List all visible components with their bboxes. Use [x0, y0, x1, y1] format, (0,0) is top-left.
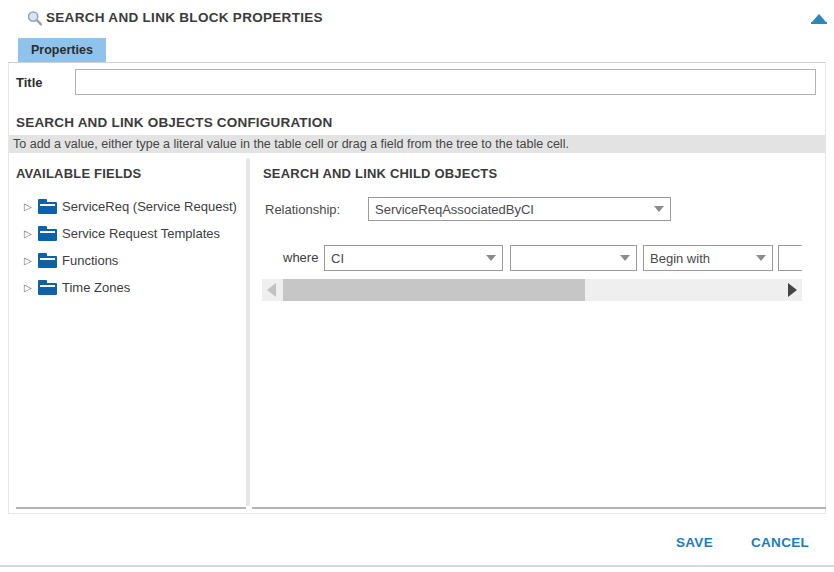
dialog-header: SEARCH AND LINK BLOCK PROPERTIES [0, 0, 834, 36]
instruction-text: To add a value, either type a literal va… [9, 135, 825, 153]
config-section-heading: SEARCH AND LINK OBJECTS CONFIGURATION [16, 115, 332, 130]
right-pane-bottom-border [252, 507, 826, 509]
chevron-down-icon [654, 206, 664, 212]
condition-operator-dropdown[interactable]: Begin with [643, 245, 773, 271]
scroll-right-icon[interactable] [788, 283, 797, 297]
tree-item-label: Functions [62, 253, 118, 268]
left-pane-bottom-border [16, 507, 246, 509]
scrollbar-thumb[interactable] [283, 279, 585, 301]
tree-item-servicereq[interactable]: ▷ ServiceReq (Service Request) [24, 195, 237, 217]
cancel-button[interactable]: CANCEL [751, 535, 809, 550]
available-fields-heading: AVAILABLE FIELDS [16, 166, 142, 181]
tree-item-label: Time Zones [62, 280, 130, 295]
condition-field-dropdown[interactable]: CI [324, 245, 503, 271]
expand-arrow-icon[interactable]: ▷ [24, 255, 38, 266]
search-icon [26, 10, 43, 27]
tree-item-functions[interactable]: ▷ Functions [24, 249, 118, 271]
chevron-down-icon [756, 255, 766, 261]
folder-icon [38, 280, 57, 295]
scroll-left-icon[interactable] [267, 283, 276, 297]
child-objects-heading: SEARCH AND LINK CHILD OBJECTS [263, 166, 497, 181]
tree-item-time-zones[interactable]: ▷ Time Zones [24, 276, 130, 298]
condition-value-dropdown[interactable] [510, 245, 637, 271]
folder-icon [38, 226, 57, 241]
pane-divider [246, 158, 250, 506]
save-button[interactable]: SAVE [676, 535, 713, 550]
expand-arrow-icon[interactable]: ▷ [24, 282, 38, 293]
tree-item-service-request-templates[interactable]: ▷ Service Request Templates [24, 222, 220, 244]
condition-clipped-input[interactable] [778, 245, 802, 271]
collapse-icon[interactable] [812, 14, 826, 22]
folder-icon [38, 199, 57, 214]
horizontal-scrollbar[interactable] [262, 279, 802, 301]
title-label: Title [16, 75, 43, 90]
chevron-down-icon [486, 255, 496, 261]
relationship-label: Relationship: [265, 202, 340, 217]
title-input[interactable] [75, 69, 816, 95]
tree-item-label: ServiceReq (Service Request) [62, 199, 237, 214]
tree-item-label: Service Request Templates [62, 226, 220, 241]
relationship-dropdown-value: ServiceReqAssociatedByCI [375, 202, 648, 217]
dialog-bottom-border [0, 565, 834, 567]
chevron-down-icon [620, 255, 630, 261]
condition-operator-value: Begin with [650, 251, 750, 266]
relationship-dropdown[interactable]: ServiceReqAssociatedByCI [368, 197, 671, 221]
expand-arrow-icon[interactable]: ▷ [24, 228, 38, 239]
tab-properties[interactable]: Properties [18, 38, 106, 62]
where-label: where [283, 250, 318, 265]
folder-icon [38, 253, 57, 268]
dialog-title: SEARCH AND LINK BLOCK PROPERTIES [46, 10, 323, 25]
condition-field-value: CI [331, 251, 480, 266]
expand-arrow-icon[interactable]: ▷ [24, 201, 38, 212]
